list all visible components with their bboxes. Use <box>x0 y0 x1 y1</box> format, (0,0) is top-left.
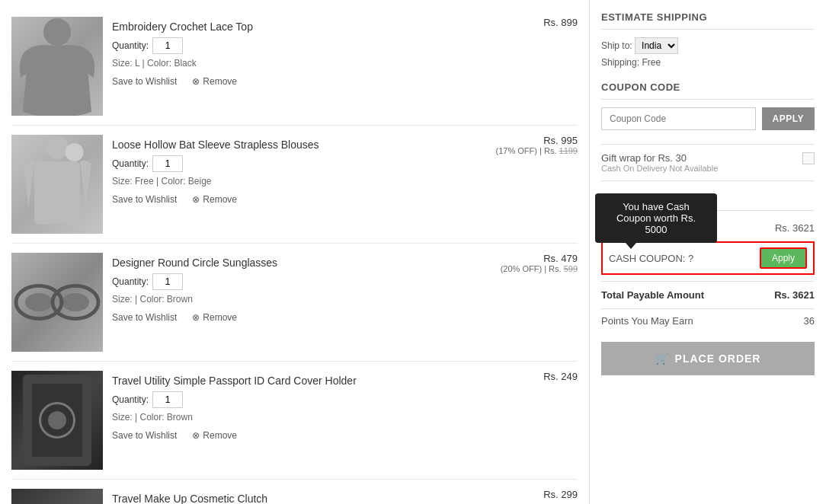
points-label: Points You May Earn <box>601 315 693 327</box>
item-size-color: Size: Free | Color: Beige <box>112 176 469 187</box>
item-name: Designer Round Circle Sunglasses <box>112 257 469 269</box>
cart-items-list: Embroidery Crochet Lace Top Quantity: Si… <box>0 0 590 504</box>
circle-x-icon: ⊗ <box>192 312 200 323</box>
save-wishlist-button[interactable]: Save to Wishlist <box>112 194 177 205</box>
ship-to-label: Ship to: <box>601 40 632 51</box>
item-size-color: Size: L | Color: Black <box>112 58 469 69</box>
gift-wrap-checkbox[interactable] <box>802 152 815 164</box>
cash-coupon-row: You have Cash Coupon worth Rs. 5000 CASH… <box>601 241 815 275</box>
item-quantity-row: Quantity: <box>112 273 469 290</box>
price-value: Rs. 299 <box>479 489 578 500</box>
item-actions: Save to Wishlist ⊗ Remove <box>112 312 469 323</box>
item-name: Loose Hollow Bat Sleeve Strapless Blouse… <box>112 139 469 151</box>
quantity-label: Quantity: <box>112 394 149 405</box>
order-sidebar: ESTIMATE SHIPPING Ship to: India Shippin… <box>590 0 826 504</box>
color-label: Color: <box>147 58 171 69</box>
save-wishlist-button[interactable]: Save to Wishlist <box>112 430 177 441</box>
gift-wrap-section: Gift wrap for Rs. 30 Cash On Delivery No… <box>601 144 815 181</box>
item-details: Loose Hollow Bat Sleeve Strapless Blouse… <box>103 135 479 209</box>
shipping-value: Free <box>642 57 661 68</box>
item-actions: Save to Wishlist ⊗ Remove <box>112 76 469 87</box>
item-image <box>11 489 103 504</box>
circle-x-icon: ⊗ <box>192 76 200 87</box>
country-select[interactable]: India <box>635 37 678 54</box>
price-value: Rs. 995 <box>479 135 578 146</box>
gift-wrap-title: Gift wrap for Rs. 30 <box>601 152 718 164</box>
save-wishlist-button[interactable]: Save to Wishlist <box>112 76 177 87</box>
item-price: Rs. 899 <box>479 17 578 28</box>
cash-coupon-tooltip: You have Cash Coupon worth Rs. 5000 <box>595 193 717 243</box>
item-details: Travel Utility Simple Passport ID Card C… <box>103 371 479 445</box>
price-value: Rs. 249 <box>479 371 578 382</box>
save-wishlist-button[interactable]: Save to Wishlist <box>112 312 177 323</box>
price-discount: (20% OFF) | Rs. 599 <box>479 264 578 273</box>
item-size-color: Size: | Color: Brown <box>112 412 469 423</box>
cash-coupon-label: CASH COUPON: ? <box>609 253 693 264</box>
item-price: Rs. 299 <box>479 489 578 500</box>
item-image <box>11 371 103 470</box>
coupon-input-row: APPLY <box>601 107 815 130</box>
svg-point-0 <box>43 18 71 46</box>
estimate-shipping-title: ESTIMATE SHIPPING <box>601 11 815 30</box>
item-price: Rs. 479 (20% OFF) | Rs. 599 <box>479 253 578 273</box>
remove-button[interactable]: ⊗ Remove <box>192 312 237 323</box>
quantity-input[interactable] <box>152 37 183 54</box>
coupon-section: COUPON CODE APPLY <box>601 81 815 130</box>
quantity-input[interactable] <box>152 273 183 290</box>
coupon-apply-button[interactable]: APPLY <box>762 107 815 130</box>
ship-to-row: Ship to: India <box>601 37 815 54</box>
remove-button[interactable]: ⊗ Remove <box>192 76 237 87</box>
subtotal-value: Rs. 3621 <box>775 222 815 234</box>
remove-button[interactable]: ⊗ Remove <box>192 430 237 441</box>
points-row: Points You May Earn 36 <box>601 308 815 330</box>
svg-rect-2 <box>34 161 80 225</box>
item-image <box>11 253 103 352</box>
cart-item: Embroidery Crochet Lace Top Quantity: Si… <box>11 8 578 126</box>
price-discount: (17% OFF) | Rs. 1199 <box>479 146 578 155</box>
shipping-label: Shipping: <box>601 57 639 68</box>
circle-x-icon: ⊗ <box>192 194 200 205</box>
item-name: Embroidery Crochet Lace Top <box>112 21 469 33</box>
coupon-code-input[interactable] <box>601 107 756 130</box>
quantity-input[interactable] <box>152 391 183 408</box>
item-quantity-row: Quantity: <box>112 391 469 408</box>
quantity-label: Quantity: <box>112 40 149 51</box>
cart-item: Travel Make Up Cosmetic Clutch Quantity:… <box>11 480 578 504</box>
item-image <box>11 17 103 116</box>
item-quantity-row: Quantity: <box>112 37 469 54</box>
item-price: Rs. 249 <box>479 371 578 382</box>
quantity-input[interactable] <box>152 155 183 172</box>
size-label: Size: <box>112 58 133 69</box>
quantity-label: Quantity: <box>112 158 149 169</box>
shipping-row: Shipping: Free <box>601 57 815 68</box>
item-quantity-row: Quantity: <box>112 155 469 172</box>
total-row: Total Payable Amount Rs. 3621 <box>601 281 815 305</box>
circle-x-icon: ⊗ <box>192 430 200 441</box>
price-details-section: PRICE DETAILS Sub Total Rs. 3621 You hav… <box>601 193 815 375</box>
cart-icon: 🛒 <box>655 352 669 365</box>
item-actions: Save to Wishlist ⊗ Remove <box>112 194 469 205</box>
place-order-button[interactable]: 🛒 PLACE ORDER <box>601 342 815 375</box>
cart-item: Designer Round Circle Sunglasses Quantit… <box>11 244 578 362</box>
item-details: Embroidery Crochet Lace Top Quantity: Si… <box>103 17 479 91</box>
total-value: Rs. 3621 <box>774 289 815 301</box>
item-details: Designer Round Circle Sunglasses Quantit… <box>103 253 479 327</box>
estimate-shipping-section: ESTIMATE SHIPPING Ship to: India Shippin… <box>601 11 815 68</box>
cart-item: Loose Hollow Bat Sleeve Strapless Blouse… <box>11 126 578 244</box>
cash-coupon-apply-button[interactable]: Apply <box>760 247 807 269</box>
item-name: Travel Utility Simple Passport ID Card C… <box>112 375 469 387</box>
coupon-title: COUPON CODE <box>601 81 815 100</box>
item-price: Rs. 995 (17% OFF) | Rs. 1199 <box>479 135 578 155</box>
quantity-label: Quantity: <box>112 276 149 287</box>
svg-point-12 <box>48 411 66 429</box>
total-label: Total Payable Amount <box>601 289 704 301</box>
svg-point-3 <box>66 143 84 161</box>
remove-button[interactable]: ⊗ Remove <box>192 194 237 205</box>
gift-wrap-text: Gift wrap for Rs. 30 Cash On Delivery No… <box>601 152 718 173</box>
item-name: Travel Make Up Cosmetic Clutch <box>112 493 469 504</box>
points-value: 36 <box>804 315 815 327</box>
svg-rect-8 <box>60 299 64 305</box>
svg-point-5 <box>25 293 53 311</box>
item-image <box>11 135 103 234</box>
item-details: Travel Make Up Cosmetic Clutch Quantity:… <box>103 489 479 504</box>
